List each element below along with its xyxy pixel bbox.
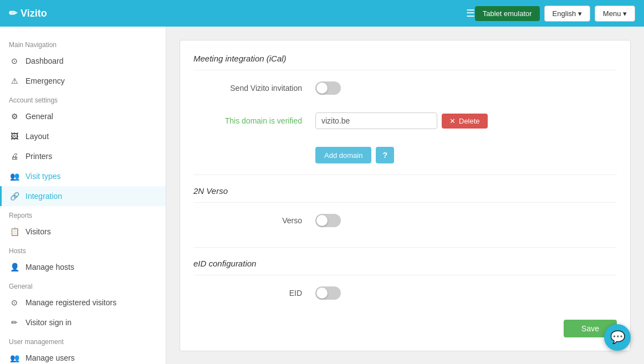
toggle-thumb [316,215,328,226]
sidebar-item-label: Integration [25,192,62,201]
layout-icon: 🖼 [9,131,20,142]
meeting-integration-title: Meeting integration (iCal) [193,54,617,70]
header: ✏ Vizito ☰ Tablet emulator English ▾ Men… [0,0,644,27]
sidebar-item-label: Visit types [25,172,61,181]
sidebar-section-main-nav: Main Navigation [0,35,166,51]
menu-button[interactable]: Menu ▾ [595,6,635,22]
section-divider-1 [193,175,617,175]
visit-types-icon: 👥 [9,171,20,182]
eid-row: EID [193,286,617,309]
sidebar-item-label: Visitor sign in [25,318,71,327]
help-button[interactable]: ? [376,147,394,163]
sidebar-item-printers[interactable]: 🖨 Printers [0,146,166,166]
integration-icon: 🔗 [9,191,20,202]
sidebar-item-label: Dashboard [25,57,64,65]
integration-card: Meeting integration (iCal) Send Vizito i… [180,40,631,351]
header-right: Tablet emulator English ▾ Menu ▾ [475,6,635,22]
domain-input-row: ✕ Delete [315,112,488,129]
domain-input[interactable] [315,112,437,129]
save-row: Save [193,320,617,337]
domain-verified-label: This domain is verified [193,116,315,125]
eid-title: eID configuration [193,259,617,275]
sidebar-item-visit-types[interactable]: 👥 Visit types [0,166,166,186]
domain-row: This domain is verified ✕ Delete [193,112,617,138]
toggle-thumb [316,288,328,299]
printer-icon: 🖨 [9,151,20,162]
sidebar-item-label: Layout [25,132,49,141]
sidebar-item-dashboard[interactable]: ⊙ Dashboard [0,51,166,71]
sidebar-item-general[interactable]: ⚙ General [0,106,166,126]
2n-verso-section: 2N Verso Verso [193,186,617,236]
logo-text: Vizito [21,8,47,19]
tablet-emulator-button[interactable]: Tablet emulator [475,6,540,21]
visitors-icon: 📋 [9,226,20,237]
verso-toggle[interactable] [315,214,341,227]
sidebar-item-label: General [25,112,53,121]
eid-section: eID configuration EID [193,259,617,309]
sidebar-item-manage-hosts[interactable]: 👤 Manage hosts [0,257,166,277]
emergency-icon: ⚠ [9,75,20,86]
layout: Main Navigation ⊙ Dashboard ⚠ Emergency … [0,27,644,364]
manage-hosts-icon: 👤 [9,262,20,273]
gear-icon: ⚙ [9,111,20,122]
delete-domain-button[interactable]: ✕ Delete [442,114,488,129]
sidebar-section-reports: Reports [0,206,166,222]
section-divider-2 [193,247,617,248]
sidebar-item-label: Printers [25,152,52,161]
chat-bubble[interactable]: 💬 [604,324,631,351]
hamburger-icon[interactable]: ☰ [466,7,475,19]
send-invitation-row: Send Vizito invitation [193,81,617,104]
send-invitation-label: Send Vizito invitation [193,84,315,93]
eid-label: EID [193,289,315,298]
add-domain-row: Add domain ? [315,147,617,163]
verso-row: Verso [193,214,617,236]
sidebar-item-label: Visitors [25,227,51,236]
sidebar-item-label: Manage hosts [25,263,74,271]
sidebar-section-general: General [0,277,166,293]
sidebar-item-visitors[interactable]: 📋 Visitors [0,222,166,242]
meeting-integration-section: Meeting integration (iCal) Send Vizito i… [193,54,617,163]
sidebar-item-manage-users[interactable]: 👥 Manage users [0,348,166,364]
verso-label: Verso [193,216,315,225]
sidebar-item-visitor-sign-in[interactable]: ✏ Visitor sign in [0,312,166,332]
manage-users-icon: 👥 [9,352,20,363]
add-domain-button[interactable]: Add domain [315,147,371,163]
chat-icon: 💬 [610,330,625,345]
send-invitation-toggle[interactable] [315,81,341,95]
toggle-thumb [316,83,328,94]
sidebar: Main Navigation ⊙ Dashboard ⚠ Emergency … [0,27,166,364]
logo-icon: ✏ [9,7,17,19]
sign-in-icon: ✏ [9,317,20,328]
sidebar-item-label: Manage registered visitors [25,298,116,307]
sidebar-section-user-management: User management [0,332,166,348]
sidebar-item-layout[interactable]: 🖼 Layout [0,126,166,146]
sidebar-section-account: Account settings [0,91,166,106]
delete-icon: ✕ [449,117,456,125]
eid-toggle[interactable] [315,286,341,300]
delete-label: Delete [459,117,480,125]
logo: ✏ Vizito [9,7,457,19]
registered-visitors-icon: ⊙ [9,297,20,308]
2n-verso-title: 2N Verso [193,186,617,203]
sidebar-section-hosts: Hosts [0,242,166,257]
dashboard-icon: ⊙ [9,55,20,66]
sidebar-item-label: Emergency [25,76,65,85]
sidebar-item-label: Manage users [25,353,75,362]
language-button[interactable]: English ▾ [544,6,590,22]
main-content: Meeting integration (iCal) Send Vizito i… [166,27,644,364]
sidebar-item-integration[interactable]: 🔗 Integration [0,186,166,206]
sidebar-item-emergency[interactable]: ⚠ Emergency [0,71,166,91]
sidebar-item-manage-registered-visitors[interactable]: ⊙ Manage registered visitors [0,293,166,312]
